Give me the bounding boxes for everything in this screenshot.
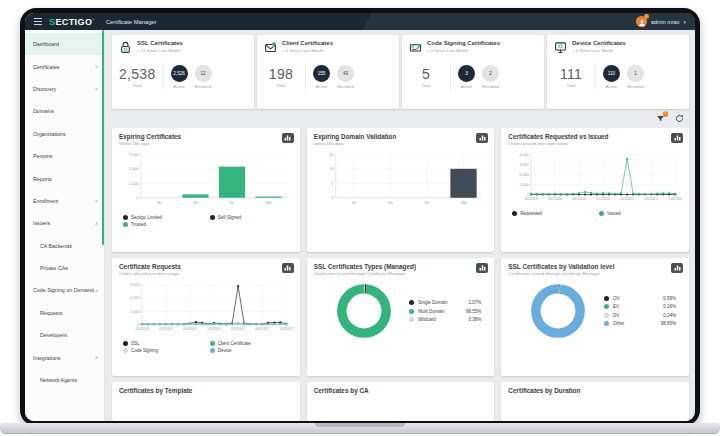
legend-percentage: 0.24% <box>663 313 676 318</box>
stat-card-numbers: 198Total155Active43Revoked <box>264 63 392 91</box>
active-value: 3 <box>458 65 475 82</box>
sidebar-item-code-signing-on-demand[interactable]: Code Signing on Demand∧ <box>25 279 104 301</box>
stat-card-header: Client Certificates+ 0 Since Last Month <box>264 40 392 58</box>
legend-item: SSL <box>123 341 206 346</box>
card-expiring-certificates: Expiring Certificates Within 180 days 01… <box>112 128 300 252</box>
username: admin mrao <box>651 19 679 25</box>
legend-item: Requested <box>512 211 595 216</box>
dashboard-toolbar: 1 <box>112 109 689 128</box>
chart-options-button[interactable] <box>282 133 294 143</box>
sidebar-item-discovery[interactable]: Discovery∨ <box>25 78 104 100</box>
chart-title: Certificates Requested vs Issued <box>508 133 682 140</box>
sidebar-item-reports[interactable]: Reports <box>25 167 104 189</box>
svg-text:90: 90 <box>230 200 235 205</box>
chart-subtitle: Within 180 days <box>119 141 293 146</box>
legend-item: Wildcard0.38% <box>409 317 481 322</box>
svg-text:30: 30 <box>157 200 162 205</box>
legend-label: OV <box>613 296 620 301</box>
sidebar-item-integrations[interactable]: Integrations∧ <box>25 346 104 368</box>
sidebar-item-label: Reports <box>33 176 52 182</box>
chart-row-1: Expiring Certificates Within 180 days 01… <box>112 128 689 252</box>
sidebar-item-persons[interactable]: Persons <box>25 145 104 167</box>
legend-item: Self-Signed <box>210 215 293 220</box>
sidebar-item-certificates[interactable]: Certificates∨ <box>25 55 104 77</box>
chart-subtitle: Certificates Issued through Certificate … <box>314 271 488 276</box>
stat-card-numbers: 2,538Total2,526Active12Revoked <box>119 63 247 91</box>
svg-text:10/2020: 10/2020 <box>596 196 610 201</box>
revoked-count: 43Revoked <box>337 65 354 89</box>
sidebar-item-label: Integrations <box>33 355 61 361</box>
chart-options-button[interactable] <box>671 133 683 143</box>
user-menu[interactable]: 1 admin mrao ▾ <box>636 16 686 27</box>
sidebar-item-developers[interactable]: Developers <box>25 324 104 346</box>
svg-text:10/2021: 10/2021 <box>669 196 682 201</box>
sidebar-item-domains[interactable]: Domains <box>25 100 104 122</box>
legend-dot <box>512 211 517 216</box>
sidebar-item-private-cas[interactable]: Private CAs <box>25 257 104 279</box>
legend-label: Sectigo Limited <box>131 215 162 220</box>
stat-card-title: SSL Certificates <box>137 40 183 46</box>
filter-button[interactable]: 1 <box>656 114 665 123</box>
refresh-button[interactable] <box>675 114 684 123</box>
legend-label: Trusted <box>131 222 146 227</box>
stat-card-header: SSL Certificates+ 11 Since Last Month <box>119 40 247 58</box>
laptop-base-notch <box>315 423 405 427</box>
sidebar-item-enrollment[interactable]: Enrollment∨ <box>25 190 104 212</box>
divider <box>595 63 596 91</box>
screen: SECTIGO® Certificate Manager 1 admin mra… <box>25 13 695 421</box>
caret-down-icon: ▾ <box>683 19 686 25</box>
sidebar-item-label: Private CAs <box>40 265 68 271</box>
sidebar-item-network-agents[interactable]: Network Agents <box>25 369 104 391</box>
stat-card-ssl-certificates: SSL Certificates+ 11 Since Last Month2,5… <box>112 35 254 109</box>
chart-options-button[interactable] <box>282 263 294 273</box>
chart-options-button[interactable] <box>671 263 683 273</box>
chart-legend: Sectigo LimitedSelf-SignedTrusted <box>119 215 293 227</box>
sidebar-scrollbar[interactable] <box>102 30 104 245</box>
sidebar-item-ca-backends[interactable]: CA Backends <box>25 235 104 257</box>
total-label: Total <box>554 83 588 88</box>
legend-label: Requested <box>520 211 542 216</box>
chart-options-button[interactable] <box>476 133 488 143</box>
stat-card-titles: Client Certificates+ 0 Since Last Month <box>282 40 333 58</box>
sidebar-item-issuers[interactable]: Issuers∧ <box>25 212 104 234</box>
stat-card-client-certificates: Client Certificates+ 0 Since Last Month1… <box>257 35 399 109</box>
stat-card-titles: Code Signing Certificates+ 0 Since Last … <box>427 40 500 58</box>
svg-text:02/2021: 02/2021 <box>231 326 245 331</box>
sectigo-logo: SECTIGO® <box>49 17 95 27</box>
sidebar-item-requests[interactable]: Requests <box>25 302 104 324</box>
svg-text:180: 180 <box>265 200 272 205</box>
divider <box>163 63 164 91</box>
revoked-label: Revoked <box>337 84 354 89</box>
legend-label: Self-Signed <box>218 215 241 220</box>
sidebar-item-dashboard[interactable]: Dashboard <box>25 33 104 55</box>
legend-item: EV0.16% <box>604 304 676 309</box>
avatar[interactable]: 1 <box>636 16 647 27</box>
svg-text:02/2020: 02/2020 <box>159 326 173 331</box>
revoked-value: 1 <box>627 65 644 82</box>
svg-text:06/2021: 06/2021 <box>645 196 659 201</box>
svg-text:10/2021: 10/2021 <box>279 326 292 331</box>
menu-icon[interactable] <box>34 18 42 25</box>
stat-card-header: Code Signing Certificates+ 0 Since Last … <box>409 40 537 58</box>
person-icon <box>638 19 646 27</box>
donut-chart: OV0.59%EV0.16%DV0.24%Other98.65% <box>508 279 682 343</box>
active-label: Active <box>313 84 330 89</box>
svg-text:30: 30 <box>351 200 356 205</box>
revoked-count: 2Revoked <box>482 65 499 89</box>
chevron-up-icon: ∧ <box>95 288 98 293</box>
sidebar-item-organizations[interactable]: Organizations <box>25 123 104 145</box>
legend-percentage: 1.07% <box>469 300 482 305</box>
legend-item: Device <box>210 348 293 353</box>
legend-item: Other98.65% <box>604 321 676 326</box>
svg-text:3,000: 3,000 <box>520 162 530 167</box>
svg-text:0: 0 <box>331 195 334 200</box>
notification-badge: 1 <box>644 14 649 19</box>
legend-label: Code Signing <box>131 348 158 353</box>
chart-options-button[interactable] <box>476 263 488 273</box>
legend-label: SSL <box>131 341 140 346</box>
svg-text:10/2020: 10/2020 <box>207 326 221 331</box>
envelope-icon <box>264 40 277 58</box>
legend-label: Other <box>613 321 624 326</box>
stat-card-delta: + 0 Since Last Month <box>282 48 333 53</box>
revoked-count: 1Revoked <box>627 65 644 89</box>
